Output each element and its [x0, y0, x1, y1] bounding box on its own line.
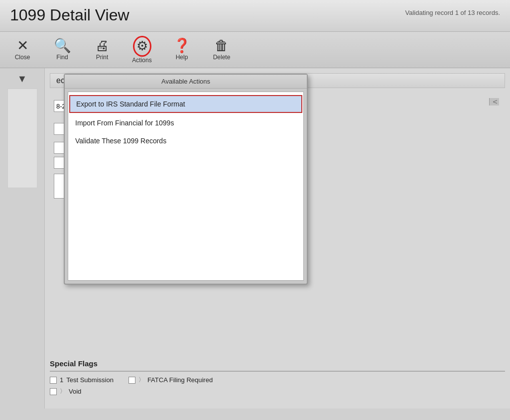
find-icon: 🔍 — [54, 39, 71, 53]
actions-circle: ⚙ — [133, 36, 151, 57]
delete-icon: 🗑 — [215, 39, 229, 53]
left-panel: ▼ — [0, 68, 45, 409]
flag-test-submission: 1 Test Submission — [50, 376, 114, 384]
flag1-number: 1 — [60, 376, 63, 384]
page-header: 1099 Detail View Validating record 1 of … — [0, 0, 510, 32]
action-item-1[interactable]: Export to IRS Standard File Format — [69, 95, 302, 113]
actions-dropdown-header: Available Actions — [65, 75, 307, 89]
validating-status: Validating record 1 of 13 records. — [405, 9, 500, 16]
flag3-label: Void — [69, 388, 81, 395]
actions-label: Actions — [132, 57, 151, 64]
close-label: Close — [15, 54, 30, 61]
print-button[interactable]: 🖨 Print — [90, 39, 115, 61]
flag-fatca: 〉 FATCA Filing Required — [128, 376, 213, 384]
actions-dropdown-body: Export to IRS Standard File Format Impor… — [68, 92, 304, 281]
nav-panel — [7, 89, 37, 188]
v-indicator: V — [489, 98, 499, 105]
print-icon: 🖨 — [95, 39, 109, 53]
fatca-checkbox[interactable] — [128, 377, 135, 384]
toolbar: ✕ Close 🔍 Find 🖨 Print ⚙ Actions ❓ Help … — [0, 32, 510, 68]
find-label: Find — [56, 54, 68, 61]
flags-row-2: 〉 Void — [50, 387, 505, 396]
close-button[interactable]: ✕ Close — [10, 39, 35, 61]
flag1-label: Test Submission — [66, 376, 114, 384]
action-item-3[interactable]: Validate These 1099 Records — [68, 132, 303, 150]
actions-icon: ⚙ — [136, 39, 148, 52]
help-button[interactable]: ❓ Help — [169, 39, 194, 61]
special-flags-title: Special Flags — [50, 359, 505, 372]
delete-label: Delete — [213, 54, 231, 61]
flag2-label: FATCA Filing Required — [147, 376, 213, 384]
help-icon: ❓ — [173, 39, 191, 53]
find-button[interactable]: 🔍 Find — [50, 39, 75, 61]
close-icon: ✕ — [17, 39, 28, 53]
void-checkbox[interactable] — [50, 388, 57, 395]
test-submission-checkbox[interactable] — [50, 377, 57, 384]
delete-button[interactable]: 🗑 Delete — [209, 39, 234, 61]
flags-row-1: 1 Test Submission 〉 FATCA Filing Require… — [50, 376, 505, 384]
collapse-arrow-icon[interactable]: ▼ — [17, 73, 27, 85]
actions-dropdown: Available Actions Export to IRS Standard… — [64, 74, 308, 285]
action-item-2[interactable]: Import From Financial for 1099s — [68, 114, 303, 132]
print-label: Print — [96, 54, 109, 61]
actions-button[interactable]: ⚙ Actions — [129, 36, 154, 64]
void-chevron: 〉 — [60, 387, 66, 396]
special-flags-section: Special Flags 1 Test Submission 〉 FATCA … — [50, 359, 505, 399]
flag-void: 〉 Void — [50, 387, 81, 396]
fatca-chevron: 〉 — [138, 376, 144, 384]
help-label: Help — [176, 54, 188, 61]
